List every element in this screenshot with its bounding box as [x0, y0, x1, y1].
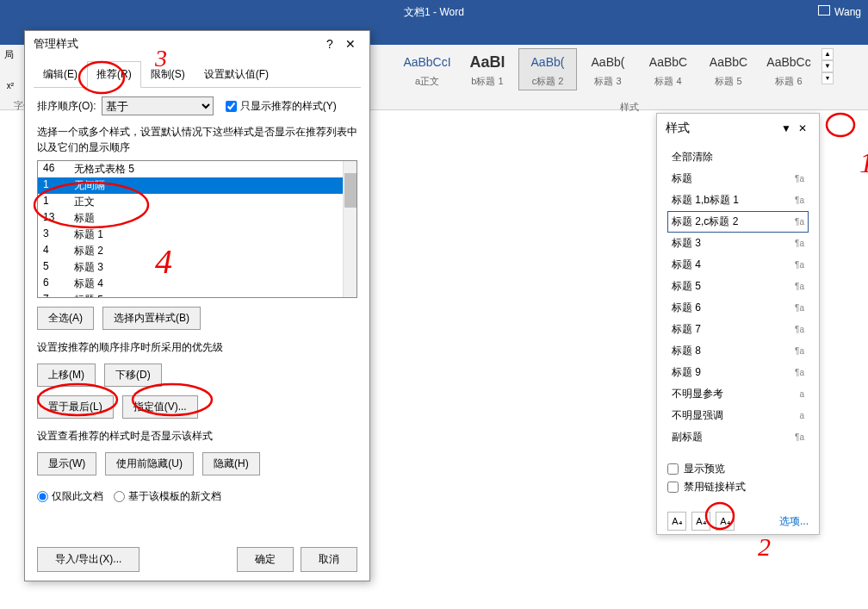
list-item[interactable]: 3标题 1 — [38, 227, 356, 243]
style-gallery-item[interactable]: AaBbCc标题 6 — [760, 48, 818, 90]
style-gallery-item[interactable]: AaBb(c标题 2 — [518, 48, 577, 90]
move-down-button[interactable]: 下移(D) — [104, 364, 162, 387]
show-preview-checkbox[interactable]: 显示预览 — [667, 462, 809, 476]
help-button[interactable]: ? — [319, 37, 340, 51]
restore-icon[interactable] — [818, 5, 830, 16]
gallery-more-icon[interactable]: ▾ — [822, 72, 834, 84]
styles-listbox[interactable]: 46无格式表格 51无间隔1正文13标题3标题 14标题 25标题 36标题 4… — [37, 160, 357, 298]
pane-style-item[interactable]: 标题 4¶a — [667, 254, 809, 276]
style-gallery-item[interactable]: AaBlb标题 1 — [458, 48, 517, 90]
select-all-button[interactable]: 全选(A) — [37, 307, 94, 330]
list-item[interactable]: 1正文 — [38, 194, 356, 210]
options-link[interactable]: 选项... — [779, 514, 809, 529]
new-style-icon[interactable]: A₄ — [667, 512, 686, 531]
list-item[interactable]: 13标题 — [38, 210, 356, 227]
disable-linked-checkbox[interactable]: 禁用链接样式 — [667, 480, 809, 494]
tab-defaults[interactable]: 设置默认值(F) — [195, 61, 278, 88]
style-gallery-item[interactable]: AaBbC标题 4 — [639, 48, 698, 90]
hide-until-button[interactable]: 使用前隐藏(U) — [105, 452, 194, 475]
list-item[interactable]: 4标题 2 — [38, 243, 356, 259]
style-gallery-item[interactable]: AaBbCcIa正文 — [398, 48, 456, 90]
manage-styles-dialog: 管理样式 ? ✕ 编辑(E) 推荐(R) 限制(S) 设置默认值(F) 排序顺序… — [24, 30, 370, 581]
manage-styles-icon[interactable]: A₄ — [716, 512, 735, 531]
dialog-description: 选择一个或多个样式，设置默认情况下这些样式是否显示在推荐列表中以及它们的显示顺序 — [37, 124, 357, 155]
styles-section-label: 样式 — [620, 101, 639, 114]
style-inspector-icon[interactable]: A₄ — [691, 512, 710, 531]
tab-restrict[interactable]: 限制(S) — [141, 61, 195, 88]
annotation-circle-1 — [825, 112, 856, 138]
close-button[interactable]: ✕ — [340, 37, 361, 51]
list-item[interactable]: 7标题 5 — [38, 292, 356, 298]
sort-label: 排序顺序(O): — [37, 99, 96, 114]
list-item[interactable]: 46无格式表格 5 — [38, 161, 356, 177]
pane-style-item[interactable]: 副标题¶a — [667, 426, 809, 448]
pane-dropdown-icon[interactable]: ▼ — [778, 122, 795, 134]
annotation-text-1: 1 — [859, 146, 868, 179]
tab-edit[interactable]: 编辑(E) — [34, 61, 87, 88]
tab-recommend[interactable]: 推荐(R) — [87, 61, 141, 88]
cancel-button[interactable]: 取消 — [301, 547, 357, 572]
gallery-up-icon[interactable]: ▲ — [822, 48, 834, 60]
sort-select[interactable]: 基于 — [102, 96, 214, 115]
pane-style-item[interactable]: 不明显强调a — [667, 405, 809, 426]
styles-gallery: AaBbCcIa正文AaBlb标题 1AaBb(c标题 2AaBb(标题 3Aa… — [396, 45, 835, 109]
pane-style-item[interactable]: 标题¶a — [667, 168, 809, 190]
scrollbar[interactable] — [343, 161, 356, 297]
ok-button[interactable]: 确定 — [237, 547, 294, 572]
hide-button[interactable]: 隐藏(H) — [202, 452, 260, 475]
superscript-icon[interactable]: x² — [0, 78, 21, 94]
pane-style-item[interactable]: 全部清除 — [667, 146, 809, 168]
svg-point-4 — [827, 114, 854, 136]
style-gallery-item[interactable]: AaBbC标题 5 — [699, 48, 758, 90]
radio-template[interactable]: 基于该模板的新文档 — [114, 489, 221, 504]
style-gallery-item[interactable]: AaBb(标题 3 — [579, 48, 637, 90]
list-item[interactable]: 6标题 4 — [38, 276, 356, 292]
pane-style-item[interactable]: 标题 7¶a — [667, 319, 809, 340]
titlebar: 文档1 - Word Wang — [0, 0, 868, 24]
pane-style-item[interactable]: 标题 1,b标题 1¶a — [667, 190, 809, 211]
radio-doc-only[interactable]: 仅限此文档 — [37, 489, 103, 504]
priority-heading: 设置按推荐的顺序排序时所采用的优先级 — [37, 340, 357, 355]
pane-style-item[interactable]: 标题 5¶a — [667, 276, 809, 297]
only-recommended-checkbox[interactable]: 只显示推荐的样式(Y) — [226, 99, 337, 114]
styles-pane: 样式 ▼ ✕ 全部清除标题¶a标题 1,b标题 1¶a标题 2,c标题 2¶a标… — [656, 113, 820, 535]
pane-style-item[interactable]: 标题 2,c标题 2¶a — [667, 211, 809, 233]
select-builtin-button[interactable]: 选择内置样式(B) — [102, 307, 201, 330]
pane-style-item[interactable]: 标题 6¶a — [667, 297, 809, 319]
pane-style-item[interactable]: 不明显参考a — [667, 383, 809, 405]
pane-title: 样式 — [666, 121, 690, 136]
app-title: 文档1 - Word — [404, 5, 464, 20]
gallery-down-icon[interactable]: ▼ — [822, 60, 834, 72]
list-item[interactable]: 1无间隔 — [38, 177, 356, 194]
list-item[interactable]: 5标题 3 — [38, 259, 356, 276]
move-up-button[interactable]: 上移(M) — [37, 364, 96, 387]
user-name[interactable]: Wang — [834, 6, 861, 18]
move-last-button[interactable]: 置于最后(L) — [37, 395, 114, 419]
pane-close-icon[interactable]: ✕ — [795, 122, 810, 134]
pane-style-item[interactable]: 标题 8¶a — [667, 340, 809, 362]
pane-style-item[interactable]: 标题 3¶a — [667, 233, 809, 254]
display-heading: 设置查看推荐的样式时是否显示该样式 — [37, 429, 357, 444]
pane-style-item[interactable]: 标题 9¶a — [667, 362, 809, 383]
dialog-title: 管理样式 — [34, 36, 78, 52]
scroll-thumb[interactable] — [344, 173, 356, 208]
assign-value-button[interactable]: 指定值(V)... — [122, 395, 198, 419]
show-button[interactable]: 显示(W) — [37, 452, 96, 475]
import-export-button[interactable]: 导入/导出(X)... — [37, 547, 140, 572]
